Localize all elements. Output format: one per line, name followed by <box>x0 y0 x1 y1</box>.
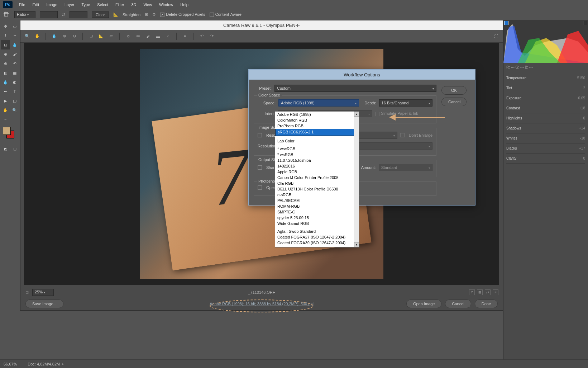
dd-item[interactable]: 14022016 <box>275 163 359 169</box>
cr-zoom-icon[interactable]: 🔍 <box>24 33 30 39</box>
cr-ft-swap-icon[interactable]: ⇄ <box>485 289 491 295</box>
highlight-clip-icon[interactable] <box>583 21 587 25</box>
spot-heal-tool[interactable]: ⊕ <box>1 49 10 59</box>
shadow-clip-icon[interactable] <box>504 21 508 25</box>
simulate-checkbox[interactable] <box>375 112 379 116</box>
workflow-link[interactable]: Adobe RGB (1998); 16 bit; 3888 by 5184 (… <box>210 302 314 306</box>
cr-gradfilter-icon[interactable]: ▬ <box>155 33 161 39</box>
menu-3d[interactable]: 3D <box>128 1 140 8</box>
slider-row[interactable]: Blacks+17 <box>506 143 585 154</box>
dd-item[interactable]: DELL U2713H Color Profile,D6500 <box>275 186 359 192</box>
slider-row[interactable]: Whites-18 <box>506 133 585 143</box>
dd-item[interactable]: Adobe RGB (1998) <box>275 112 359 117</box>
cr-ft-split-icon[interactable]: ⊟ <box>477 289 483 295</box>
gear-icon[interactable]: ⚙ <box>152 12 156 17</box>
quickmask-tool[interactable]: ◩ <box>1 144 10 154</box>
slider-row[interactable]: Exposure+0.65 <box>506 93 585 103</box>
dd-item[interactable]: Lab Color <box>275 138 359 144</box>
resize-checkbox[interactable] <box>258 133 262 137</box>
scroll-up-icon[interactable]: ▲ <box>354 112 359 117</box>
status-zoom[interactable]: 66,67% <box>4 362 17 366</box>
cr-prefs-icon[interactable]: ≡ <box>182 33 188 39</box>
dd-item[interactable]: ColorMatch RGB <box>275 117 359 123</box>
hand-tool[interactable]: ✋ <box>1 105 10 115</box>
zoom-select[interactable]: 25% <box>32 289 54 296</box>
menu-select[interactable]: Select <box>94 1 112 8</box>
space-dropdown[interactable]: Adobe RGB (1998) ColorMatch RGB ProPhoto… <box>275 111 359 247</box>
slider-row[interactable]: Temperature5150 <box>506 73 585 83</box>
clear-button[interactable]: Clear <box>92 11 109 18</box>
menu-window[interactable]: Window <box>156 1 177 8</box>
cr-crop-icon[interactable]: ⊡ <box>88 33 94 39</box>
dd-item[interactable]: * wsRGB <box>275 152 359 157</box>
history-brush-tool[interactable]: ↶ <box>10 59 19 68</box>
eyedropper-tool[interactable]: 💧 <box>10 40 19 49</box>
dd-item[interactable]: CIE RGB <box>275 180 359 186</box>
dd-item[interactable]: Coated FOGRA39 (ISO 12647-2:2004) <box>275 240 359 246</box>
slider-row[interactable]: Highlights0 <box>506 113 585 123</box>
dd-item[interactable]: ProPhoto RGB <box>275 123 359 129</box>
slider-row[interactable]: Tint+2 <box>506 83 585 93</box>
cr-fullscreen-icon[interactable]: ⛶ <box>493 33 499 39</box>
brush-tool[interactable]: 🖌 <box>10 49 19 59</box>
slider-row[interactable]: Contrast+18 <box>506 103 585 113</box>
dd-item[interactable]: Canon IJ Color Printer Profile 2005 <box>275 175 359 180</box>
dont-enlarge-checkbox[interactable] <box>400 133 405 137</box>
dd-item[interactable]: spyder 5 23.09.15 <box>275 215 359 221</box>
magic-wand-tool[interactable]: ✧ <box>10 31 19 40</box>
edit-toolbar[interactable]: ⋯ <box>1 115 10 124</box>
depth-select[interactable]: 16 Bits/Channel <box>379 99 432 107</box>
blur-tool[interactable]: 💧 <box>1 77 10 87</box>
cr-rotateccw-icon[interactable]: ↶ <box>199 33 205 39</box>
dialog-cancel-button[interactable]: Cancel <box>441 98 467 106</box>
done-button[interactable]: Done <box>475 299 498 308</box>
grid-overlay-icon[interactable]: ⊞ <box>145 12 148 17</box>
straighten-icon[interactable]: 📐 <box>113 12 118 17</box>
cr-spotremove-icon[interactable]: ⊘ <box>125 33 131 39</box>
dd-item[interactable]: Coated FOGRA27 (ISO 12647-2:2004) <box>275 234 359 240</box>
dd-item[interactable]: Coated GRACoL 2006 (ISO 12647-2:2004) <box>275 246 359 247</box>
crop-tool[interactable]: ⊡ <box>1 40 10 49</box>
cr-straighten-icon[interactable]: 📐 <box>98 33 104 39</box>
dd-item[interactable]: Agfa : Swop Standard <box>275 228 359 234</box>
save-image-button[interactable]: Save Image... <box>25 299 63 308</box>
menu-type[interactable]: Type <box>78 1 94 8</box>
dd-item[interactable]: Apple RGB <box>275 169 359 175</box>
menu-view[interactable]: View <box>140 1 156 8</box>
cr-cancel-button[interactable]: Cancel <box>445 299 471 308</box>
status-doc[interactable]: Doc: 4,82M/4,82M <box>28 362 60 366</box>
menu-help[interactable]: Help <box>177 1 192 8</box>
scroll-down-icon[interactable]: ▼ <box>354 242 359 247</box>
type-tool[interactable]: T <box>10 87 19 96</box>
cr-whitebal-icon[interactable]: 💧 <box>51 33 57 39</box>
histogram[interactable] <box>503 20 588 63</box>
preset-select[interactable]: Custom <box>274 85 436 92</box>
slider-row[interactable]: Shadows+14 <box>506 123 585 133</box>
dd-item[interactable]: PAL/SECAM <box>275 198 359 203</box>
dd-item-selected[interactable]: sRGB IEC61966-2.1 <box>275 129 359 136</box>
open-image-button[interactable]: Open Image <box>406 299 442 308</box>
slider-row[interactable]: Clarity0 <box>506 154 585 164</box>
menu-file[interactable]: File <box>15 1 29 8</box>
cr-transform-icon[interactable]: ▱ <box>108 33 114 39</box>
eraser-tool[interactable]: ◧ <box>1 68 10 77</box>
cr-adjbrush-icon[interactable]: 🖌 <box>145 33 151 39</box>
clone-stamp-tool[interactable]: ⊛ <box>1 59 10 68</box>
dropdown-scrollbar[interactable]: ▲ ▼ <box>354 112 359 247</box>
dd-item[interactable]: Wide Gamut RGB <box>275 221 359 226</box>
sharpen-checkbox[interactable] <box>258 165 262 170</box>
menu-filter[interactable]: Filter <box>112 1 128 8</box>
move-tool[interactable]: ✥ <box>1 22 10 31</box>
cr-rotatecw-icon[interactable]: ↷ <box>209 33 215 39</box>
gradient-tool[interactable]: ▦ <box>10 68 19 77</box>
cr-redeye-icon[interactable]: 👁 <box>135 33 141 39</box>
open-smart-checkbox[interactable] <box>258 185 262 190</box>
ratio-w-input[interactable] <box>40 11 58 18</box>
ratio-select[interactable]: Ratio <box>14 11 35 18</box>
cr-colorsamp-icon[interactable]: ⊕ <box>61 33 67 39</box>
cr-radfilter-icon[interactable]: ○ <box>165 33 171 39</box>
color-swatches[interactable] <box>3 127 17 141</box>
zoom-tool[interactable]: 🔍 <box>10 105 19 115</box>
delete-cropped-checkbox[interactable] <box>160 13 164 17</box>
dd-item[interactable]: 11.07.2015.toshiba <box>275 157 359 163</box>
